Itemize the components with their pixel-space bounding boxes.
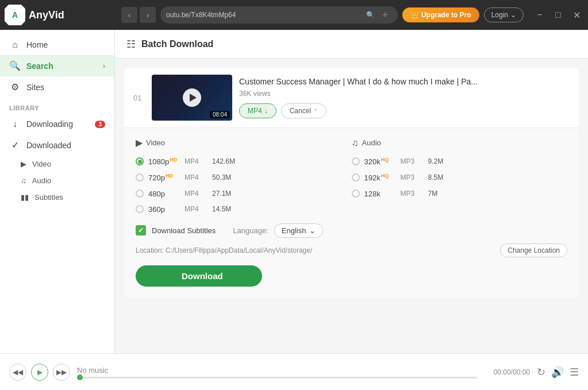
sidebar-item-downloaded[interactable]: ✓ Downloaded — [0, 134, 114, 156]
size-128k: 7M — [428, 190, 438, 198]
prev-button[interactable]: ◀◀ — [9, 364, 26, 381]
player-time: 00:00/00:00 — [484, 368, 530, 376]
downloading-label: Downloading — [26, 119, 73, 129]
arrow-icon: › — [103, 62, 105, 70]
audio-col-header: ♫ Audio — [352, 137, 568, 148]
subtitles-icon: ▮▮ — [21, 193, 29, 202]
login-button[interactable]: Login ⌄ — [484, 7, 524, 22]
minimize-button[interactable]: − — [533, 10, 547, 21]
sidebar-item-downloading[interactable]: ↓ Downloading 3 — [0, 114, 114, 134]
video-col-label: Video — [146, 138, 165, 147]
video-duration: 08:04 — [210, 111, 230, 118]
location-row: Location: C:/Users/Filippa/AppData/Local… — [136, 244, 567, 257]
sites-label: Sites — [26, 83, 44, 92]
subtitles-checkbox[interactable] — [136, 225, 146, 235]
audio-icon: ♫ — [21, 176, 26, 185]
progress-dot — [77, 374, 83, 380]
volume-button[interactable]: 🔊 — [551, 366, 564, 379]
sites-icon: ⚙ — [9, 82, 21, 92]
chevron-down-icon: ⌄ — [510, 11, 516, 19]
language-label: Language: — [233, 226, 268, 235]
res-720p: 720pHD — [148, 173, 180, 182]
search-label: Search — [26, 61, 53, 71]
sidebar: ⌂ Home 🔍 Search › ⚙ Sites Library ↓ Down… — [0, 30, 115, 353]
download-icon: ↓ — [9, 119, 21, 129]
radio-360p[interactable] — [136, 205, 144, 213]
size-320k: 9.2M — [428, 157, 444, 165]
play-button-thumb[interactable] — [183, 88, 201, 107]
player-controls: ◀◀ ▶ ▶▶ — [9, 364, 70, 381]
batch-header: ☷ Batch Download — [115, 30, 588, 59]
sidebar-item-sites[interactable]: ⚙ Sites — [0, 76, 114, 98]
radio-320k[interactable] — [352, 157, 360, 165]
downloaded-icon: ✓ — [9, 140, 21, 150]
login-label: Login — [491, 11, 508, 19]
player-progress-bar[interactable] — [77, 377, 477, 379]
repeat-button[interactable]: ↻ — [537, 366, 545, 379]
next-button[interactable]: ▶▶ — [53, 364, 70, 381]
quality-360p[interactable]: 360p MP4 14.5M — [136, 202, 352, 217]
address-text: outu.be/Tx8K4tmMp64 — [166, 11, 363, 19]
chevron-down-icon: ⌄ — [309, 226, 316, 235]
res-192k: 192kHQ — [364, 173, 396, 182]
batch-icon: ☷ — [126, 38, 136, 51]
video-card: 01 08:04 Customer Success Manager | What… — [124, 68, 579, 298]
forward-button[interactable]: › — [140, 7, 156, 23]
add-tab-button[interactable]: + — [378, 8, 392, 22]
logo-letter: A — [12, 10, 18, 20]
quality-1080p[interactable]: 1080pHD MP4 142.6M — [136, 154, 352, 169]
play-button[interactable]: ▶ — [31, 364, 48, 381]
language-value: English — [282, 226, 306, 235]
radio-480p[interactable] — [136, 190, 144, 198]
window-controls: − □ ✕ — [533, 10, 583, 21]
upgrade-label: Upgrade to Pro — [421, 11, 471, 19]
back-button[interactable]: ‹ — [121, 7, 137, 23]
language-select[interactable]: English ⌄ — [274, 223, 324, 238]
cancel-button[interactable]: Cancel ⌃ — [281, 103, 326, 118]
search-icon: 🔍 — [9, 60, 21, 71]
quality-720p[interactable]: 720pHD MP4 50.3M — [136, 170, 352, 185]
logo-area: A AnyVid — [5, 5, 117, 25]
audio-col-icon: ♫ — [352, 138, 359, 148]
address-bar[interactable]: outu.be/Tx8K4tmMp64 🔍 + — [160, 6, 398, 24]
chevron-up-icon: ⌃ — [313, 108, 318, 114]
radio-720p[interactable] — [136, 173, 144, 182]
playlist-button[interactable]: ☰ — [570, 366, 579, 379]
search-icon: 🔍 — [366, 11, 375, 19]
quality-320k[interactable]: 320kHQ MP3 9.2M — [352, 154, 568, 169]
sidebar-item-search[interactable]: 🔍 Search › — [0, 55, 114, 76]
format-320k: MP3 — [401, 157, 424, 165]
res-1080p: 1080pHD — [148, 157, 180, 166]
format-360p: MP4 — [185, 205, 207, 213]
batch-title: Batch Download — [141, 39, 213, 49]
downloaded-label: Downloaded — [26, 141, 71, 150]
video-header: 01 08:04 Customer Success Manager | What… — [124, 68, 579, 128]
sidebar-item-home[interactable]: ⌂ Home — [0, 34, 114, 55]
player-extra-buttons: ↻ 🔊 ☰ — [537, 366, 579, 379]
audio-label: Audio — [32, 176, 51, 185]
download-button[interactable]: Download — [136, 265, 262, 287]
quality-480p[interactable]: 480p MP4 27.1M — [136, 187, 352, 201]
quality-128k[interactable]: 128k MP3 7M — [352, 187, 568, 201]
sidebar-sub-item-audio[interactable]: ♫ Audio — [0, 172, 114, 189]
quality-192k[interactable]: 192kHQ MP3 8.5M — [352, 170, 568, 185]
maximize-button[interactable]: □ — [551, 10, 565, 21]
res-128k: 128k — [364, 190, 396, 198]
topbar: A AnyVid ‹ › outu.be/Tx8K4tmMp64 🔍 + 👑 U… — [0, 0, 588, 30]
radio-128k[interactable] — [352, 190, 360, 198]
download-label: Download — [182, 271, 223, 281]
change-location-button[interactable]: Change Location — [500, 244, 567, 257]
format-480p: MP4 — [185, 190, 207, 198]
close-button[interactable]: ✕ — [570, 10, 583, 21]
main-layout: ⌂ Home 🔍 Search › ⚙ Sites Library ↓ Down… — [0, 30, 588, 353]
radio-192k[interactable] — [352, 173, 360, 182]
upgrade-button[interactable]: 👑 Upgrade to Pro — [402, 7, 479, 22]
radio-1080p[interactable] — [136, 157, 144, 165]
sidebar-sub-item-subtitles[interactable]: ▮▮ Subtitles — [0, 189, 114, 206]
video-icon: ▶ — [21, 160, 26, 168]
sidebar-sub-item-video[interactable]: ▶ Video — [0, 156, 114, 172]
download-arrow-icon: ↓ — [264, 107, 268, 115]
video-actions: MP4 ↓ Cancel ⌃ — [239, 103, 570, 118]
format-button[interactable]: MP4 ↓ — [239, 103, 276, 118]
size-480p: 27.1M — [212, 190, 231, 198]
